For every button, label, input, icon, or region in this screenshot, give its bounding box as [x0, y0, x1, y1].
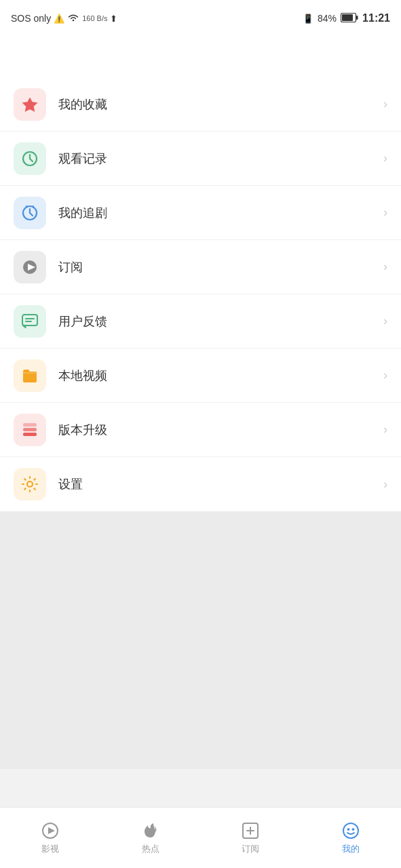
network-speed: 160 B/s [82, 14, 107, 22]
history-icon-wrap [14, 142, 46, 175]
nav-item-movies[interactable]: 影视 [0, 808, 100, 868]
mine-label: 我的 [342, 843, 360, 855]
menu-item-favorites[interactable]: 我的收藏 › [0, 77, 401, 132]
wifi-icon [67, 13, 79, 24]
svg-rect-9 [23, 433, 37, 436]
svg-point-18 [352, 828, 354, 830]
subscribe-chevron: › [383, 260, 387, 274]
subscribe-label: 订阅 [58, 259, 383, 275]
local-chevron: › [383, 368, 387, 382]
status-right: 📱 84% 11:21 [303, 12, 390, 24]
sos-text: SOS only [11, 13, 51, 24]
svg-rect-8 [22, 315, 37, 326]
subscribe-nav-label: 订阅 [242, 843, 259, 855]
menu-item-subscribe[interactable]: 订阅 › [0, 240, 401, 294]
favorites-label: 我的收藏 [58, 96, 383, 113]
svg-rect-10 [23, 428, 37, 431]
nav-item-mine[interactable]: 我的 [301, 808, 401, 868]
status-bar: SOS only ⚠️ 160 B/s ⬆ 📱 84% 11:21 [0, 0, 401, 37]
nav-item-subscribe[interactable]: 订阅 [201, 808, 301, 868]
nav-item-hot[interactable]: 热点 [100, 808, 201, 868]
menu-item-update[interactable]: 版本升级 › [0, 403, 401, 457]
svg-point-12 [27, 481, 33, 487]
update-chevron: › [383, 422, 387, 437]
battery-percent: 84% [318, 13, 337, 24]
favorites-icon-wrap [14, 88, 46, 121]
local-label: 本地视频 [58, 368, 383, 384]
svg-point-16 [343, 823, 358, 838]
device-icon: 📱 [303, 14, 313, 24]
svg-marker-14 [48, 827, 55, 834]
time-display: 11:21 [362, 12, 390, 24]
status-left: SOS only ⚠️ 160 B/s ⬆ [11, 13, 117, 24]
plus-square-icon [241, 821, 260, 840]
following-label: 我的追剧 [58, 205, 383, 221]
upload-icon: ⬆ [110, 14, 117, 24]
signal-icon: ⚠️ [54, 14, 64, 24]
svg-rect-1 [342, 14, 353, 21]
top-space [0, 37, 401, 77]
feedback-icon-wrap [14, 305, 46, 338]
settings-chevron: › [383, 477, 387, 492]
update-label: 版本升级 [58, 422, 383, 438]
local-icon-wrap [14, 359, 46, 392]
menu-item-settings[interactable]: 设置 › [0, 457, 401, 511]
settings-label: 设置 [58, 476, 383, 492]
menu-item-history[interactable]: 观看记录 › [0, 132, 401, 186]
history-label: 观看记录 [58, 151, 383, 167]
fire-icon [141, 821, 160, 840]
menu-item-following[interactable]: 我的追剧 › [0, 186, 401, 240]
subscribe-icon-wrap [14, 251, 46, 283]
menu-item-feedback[interactable]: 用户反馈 › [0, 294, 401, 349]
hot-label: 热点 [142, 843, 159, 855]
history-chevron: › [383, 151, 387, 165]
svg-rect-2 [356, 16, 358, 20]
play-circle-icon [41, 821, 60, 840]
battery-icon [341, 13, 358, 24]
menu-item-local[interactable]: 本地视频 › [0, 349, 401, 403]
settings-icon-wrap [14, 468, 46, 500]
menu-list: 我的收藏 › 观看记录 › 我的追剧 › [0, 77, 401, 511]
gray-area [0, 511, 401, 769]
svg-rect-11 [23, 423, 37, 427]
svg-point-17 [347, 828, 349, 830]
bottom-nav: 影视 热点 订阅 我的 [0, 807, 401, 868]
svg-marker-3 [22, 98, 37, 112]
feedback-chevron: › [383, 314, 387, 328]
movies-label: 影视 [41, 843, 59, 855]
favorites-chevron: › [383, 97, 387, 111]
following-chevron: › [383, 205, 387, 220]
feedback-label: 用户反馈 [58, 313, 383, 330]
smile-icon [341, 821, 360, 840]
following-icon-wrap [14, 197, 46, 229]
update-icon-wrap [14, 414, 46, 446]
